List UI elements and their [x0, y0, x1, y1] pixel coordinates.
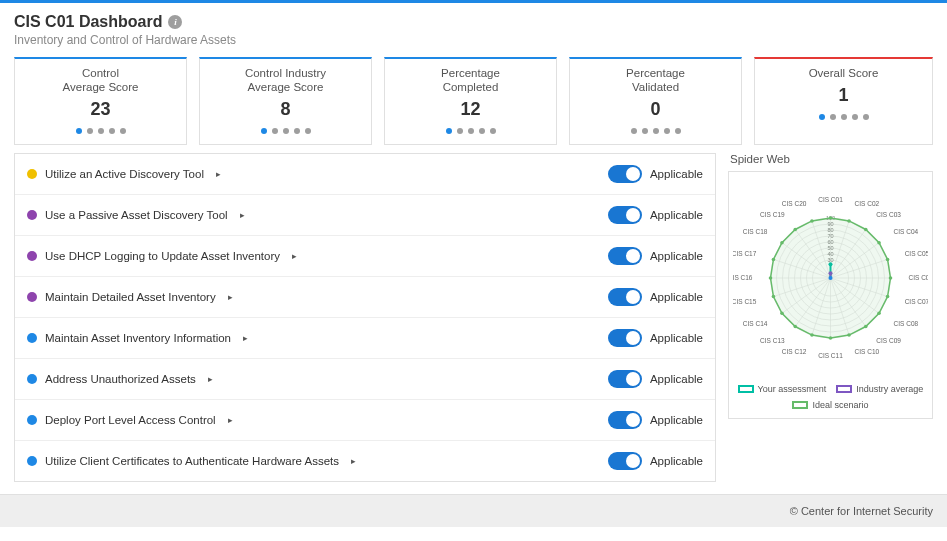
chevron-right-icon: ▸	[243, 333, 248, 343]
svg-point-71	[829, 336, 833, 340]
pagination-dot[interactable]	[109, 128, 115, 134]
svg-point-80	[810, 219, 814, 223]
subcontrol-row[interactable]: Deploy Port Level Access Control▸Applica…	[15, 400, 715, 441]
kpi-label: PercentageValidated	[626, 67, 685, 95]
pagination-dot[interactable]	[294, 128, 300, 134]
legend-your-assessment: Your assessment	[738, 384, 827, 394]
kpi-card[interactable]: PercentageValidated0	[569, 57, 742, 145]
pagination-dot[interactable]	[468, 128, 474, 134]
chevron-right-icon: ▸	[228, 292, 233, 302]
subcontrol-label: Maintain Asset Inventory Information	[45, 332, 231, 344]
svg-text:CIS C10: CIS C10	[855, 348, 880, 355]
pagination-dot[interactable]	[664, 128, 670, 134]
applicable-toggle[interactable]	[608, 411, 642, 429]
pagination-dot[interactable]	[457, 128, 463, 134]
applicable-toggle[interactable]	[608, 247, 642, 265]
status-dot	[27, 210, 37, 220]
applicable-label: Applicable	[650, 209, 703, 221]
svg-point-72	[810, 333, 814, 337]
svg-text:CIS C16: CIS C16	[733, 274, 753, 281]
pagination-dot[interactable]	[830, 114, 836, 120]
subcontrol-label: Use a Passive Asset Discovery Tool	[45, 209, 228, 221]
pagination-dot[interactable]	[852, 114, 858, 120]
pagination-dot[interactable]	[841, 114, 847, 120]
pagination-dot[interactable]	[87, 128, 93, 134]
pagination-dot[interactable]	[120, 128, 126, 134]
subcontrol-row[interactable]: Maintain Detailed Asset Inventory▸Applic…	[15, 277, 715, 318]
applicable-toggle[interactable]	[608, 206, 642, 224]
pagination-dots[interactable]	[819, 114, 869, 120]
pagination-dot[interactable]	[675, 128, 681, 134]
applicable-label: Applicable	[650, 168, 703, 180]
kpi-value: 12	[460, 99, 480, 120]
applicable-toggle[interactable]	[608, 288, 642, 306]
svg-point-78	[780, 241, 784, 245]
pagination-dot[interactable]	[490, 128, 496, 134]
pagination-dot[interactable]	[98, 128, 104, 134]
pagination-dot[interactable]	[272, 128, 278, 134]
kpi-card[interactable]: PercentageCompleted12	[384, 57, 557, 145]
subcontrol-row[interactable]: Use a Passive Asset Discovery Tool▸Appli…	[15, 195, 715, 236]
status-dot	[27, 169, 37, 179]
svg-text:CIS C03: CIS C03	[876, 210, 901, 217]
subcontrol-label: Address Unauthorized Assets	[45, 373, 196, 385]
applicable-toggle[interactable]	[608, 452, 642, 470]
chevron-right-icon: ▸	[216, 169, 221, 179]
applicable-label: Applicable	[650, 373, 703, 385]
pagination-dots[interactable]	[76, 128, 126, 134]
status-dot	[27, 415, 37, 425]
info-icon[interactable]: i	[168, 15, 182, 29]
kpi-value: 8	[280, 99, 290, 120]
subcontrol-row[interactable]: Maintain Asset Inventory Information▸App…	[15, 318, 715, 359]
status-dot	[27, 374, 37, 384]
spider-chart: CIS C01CIS C02CIS C03CIS C04CIS C05CIS C…	[733, 178, 928, 378]
pagination-dot[interactable]	[863, 114, 869, 120]
applicable-toggle[interactable]	[608, 329, 642, 347]
pagination-dot[interactable]	[446, 128, 452, 134]
pagination-dots[interactable]	[261, 128, 311, 134]
kpi-card[interactable]: Control IndustryAverage Score8	[199, 57, 372, 145]
spider-card: CIS C01CIS C02CIS C03CIS C04CIS C05CIS C…	[728, 171, 933, 419]
applicable-toggle[interactable]	[608, 165, 642, 183]
pagination-dots[interactable]	[446, 128, 496, 134]
subcontrol-label: Deploy Port Level Access Control	[45, 414, 216, 426]
svg-text:CIS C04: CIS C04	[894, 228, 919, 235]
pagination-dot[interactable]	[283, 128, 289, 134]
kpi-label: Overall Score	[809, 67, 879, 81]
subcontrol-label: Maintain Detailed Asset Inventory	[45, 291, 216, 303]
page-title: CIS C01 Dashboard	[14, 13, 162, 31]
svg-text:CIS C13: CIS C13	[760, 337, 785, 344]
kpi-value: 0	[650, 99, 660, 120]
subcontrol-row[interactable]: Address Unauthorized Assets▸Applicable	[15, 359, 715, 400]
chevron-right-icon: ▸	[240, 210, 245, 220]
subcontrol-row[interactable]: Utilize an Active Discovery Tool▸Applica…	[15, 154, 715, 195]
pagination-dot[interactable]	[642, 128, 648, 134]
kpi-card[interactable]: ControlAverage Score23	[14, 57, 187, 145]
kpi-card[interactable]: Overall Score1	[754, 57, 933, 145]
svg-text:CIS C20: CIS C20	[782, 199, 807, 206]
subcontrol-row[interactable]: Use DHCP Logging to Update Asset Invento…	[15, 236, 715, 277]
applicable-label: Applicable	[650, 250, 703, 262]
chevron-right-icon: ▸	[292, 251, 297, 261]
status-dot	[27, 456, 37, 466]
svg-text:CIS C11: CIS C11	[818, 352, 843, 359]
pagination-dot[interactable]	[479, 128, 485, 134]
subcontrol-label: Use DHCP Logging to Update Asset Invento…	[45, 250, 280, 262]
applicable-toggle[interactable]	[608, 370, 642, 388]
pagination-dot[interactable]	[653, 128, 659, 134]
svg-point-62	[847, 219, 851, 223]
pagination-dot[interactable]	[261, 128, 267, 134]
svg-point-64	[877, 241, 881, 245]
chevron-right-icon: ▸	[351, 456, 356, 466]
pagination-dot[interactable]	[631, 128, 637, 134]
pagination-dot[interactable]	[819, 114, 825, 120]
svg-text:CIS C17: CIS C17	[733, 249, 757, 256]
svg-text:CIS C18: CIS C18	[743, 228, 768, 235]
pagination-dot[interactable]	[305, 128, 311, 134]
subcontrol-row[interactable]: Utilize Client Certificates to Authentic…	[15, 441, 715, 481]
pagination-dot[interactable]	[76, 128, 82, 134]
subcontrol-label: Utilize Client Certificates to Authentic…	[45, 455, 339, 467]
page-subtitle: Inventory and Control of Hardware Assets	[14, 33, 933, 47]
pagination-dots[interactable]	[631, 128, 681, 134]
kpi-value: 1	[838, 85, 848, 106]
